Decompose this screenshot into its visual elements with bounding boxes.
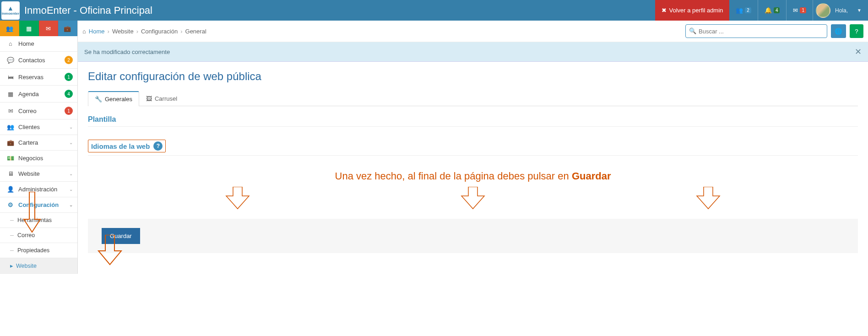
subnav-item-label: Propiedades [17,247,49,254]
annotation-text: Una vez hecho, al final de la página deb… [88,170,858,182]
sidebar-badge: 1 [65,73,73,81]
quick-briefcase-button[interactable]: 💼 [58,21,77,36]
breadcrumb-website[interactable]: Website [112,28,134,35]
arrow-down-icon [459,187,487,210]
sidebar-item-label: Negocios [18,155,73,162]
sidebar-item-cartera[interactable]: 💼Cartera⌄ [0,135,77,151]
sidebar-item-clientes[interactable]: 👥Clientes⌄ [0,119,77,135]
subnav-item-herramientas[interactable]: Herramientas [0,213,77,228]
wrench-icon: 🔧 [95,96,102,103]
sidebar-item-label: Configuración [18,201,69,208]
chevron-down-icon: ⌄ [69,140,73,145]
sidebar-item-administración[interactable]: 👤Administración⌄ [0,182,77,197]
save-button[interactable]: Guardar [102,228,140,244]
sidebar-item-contactos[interactable]: 💬Contactos2 [0,52,77,69]
sidebar-item-label: Administración [18,186,69,193]
breadcrumb-configuracion[interactable]: Configuración [141,28,178,35]
help-idiomas-button[interactable]: ? [153,141,163,151]
sidebar-item-label: Website [18,170,69,177]
alert-close-button[interactable]: ✕ [855,47,862,57]
save-bar: Guardar [88,219,858,253]
users-icon: 👥 [736,7,743,14]
calendar-icon: ▦ [26,25,32,32]
nav-icon: ✉ [5,108,16,114]
nav-icon: ▦ [5,91,16,98]
search-icon: 🔍 [689,27,696,34]
subnav-item-label: Correo [17,232,35,238]
arrow-down-icon [694,187,722,210]
page-title: Editar configuración de web pública [88,70,858,83]
quick-mail-button[interactable]: ✉ [39,21,58,36]
annotation-bold: Guardar [572,170,611,182]
divider [88,126,858,127]
breadcrumb: ⌂ Home › Website › Configuración › Gener… [82,28,206,35]
sidebar-item-website[interactable]: 🖥Website⌄ [0,166,77,182]
nav-icon: ⚙ [5,201,16,208]
toolbar-right: 🔍 🌐 ? [685,24,863,38]
arrow-down-icon [224,187,251,210]
topbar-left: ▲ inmoenter InmoEnter - Oficina Principa… [0,1,152,20]
nav-icon: 🖥 [5,170,16,177]
home-icon: ⌂ [82,28,86,35]
tab-carrusel[interactable]: 🖼 Carrusel [139,91,184,106]
messages-button[interactable]: ✉ 1 [787,0,813,21]
sidebar-item-reservas[interactable]: 🛏Reservas1 [0,69,77,86]
greeting: Hola, [835,7,848,14]
notifications-button[interactable]: 🔔 4 [758,0,787,21]
back-to-admin-label: Volver a perfil admin [669,7,723,14]
sidebar-item-correo[interactable]: ✉Correo1 [0,103,77,119]
subnav-item-propiedades[interactable]: Propiedades [0,243,77,258]
globe-icon: 🌐 [835,28,842,35]
logo[interactable]: ▲ inmoenter [1,1,20,20]
users-button[interactable]: 👥 2 [729,0,758,21]
quick-contacts-button[interactable]: 👥 [0,21,19,36]
breadcrumb-home[interactable]: Home [89,28,105,35]
bell-icon: 🔔 [765,7,772,14]
globe-button[interactable]: 🌐 [831,24,846,38]
notif-badge: 4 [774,7,780,13]
nav-icon: 💵 [5,155,16,162]
sidebar-item-label: Correo [18,108,65,114]
sidebar-item-agenda[interactable]: ▦Agenda4 [0,86,77,103]
sidebar-item-home[interactable]: ⌂Home [0,36,77,52]
nav-icon: ⌂ [5,40,16,47]
section-idiomas-label: Idiomas de la web [91,142,150,150]
avatar [816,3,830,18]
question-icon: ? [855,28,858,35]
breadcrumb-general: General [185,28,206,35]
section-plantilla: Plantilla [88,115,858,124]
sidebar-item-negocios[interactable]: 💵Negocios [0,151,77,166]
tabs: 🔧 Generales 🖼 Carrusel [88,91,858,106]
image-icon: 🖼 [146,95,152,102]
chevron-right-icon: › [136,28,138,35]
chevron-right-icon: › [108,28,109,35]
subnav-item-label: Herramientas [17,217,52,223]
quickbar: 👥 ▦ ✉ 💼 [0,21,77,36]
subnav-item-correo[interactable]: Correo [0,228,77,243]
tab-generales-label: Generales [105,96,132,103]
back-to-admin-button[interactable]: ✖ Volver a perfil admin [655,0,730,21]
nav: ⌂Home💬Contactos2🛏Reservas1▦Agenda4✉Corre… [0,36,77,274]
topbar-right: ✖ Volver a perfil admin 👥 2 🔔 4 ✉ 1 Hola… [655,0,868,21]
users-badge: 2 [745,7,751,13]
subnav-item-label: Website [16,263,37,269]
help-button[interactable]: ? [850,24,863,38]
sidebar-item-configuración[interactable]: ⚙Configuración⌄ [0,197,77,213]
mail-badge: 1 [800,7,806,13]
user-menu[interactable]: Hola, ▼ [813,0,868,21]
envelope-icon: ✉ [46,25,51,32]
nav-icon: 👤 [5,186,16,193]
logo-icon: ▲ [7,5,14,11]
quick-calendar-button[interactable]: ▦ [19,21,38,36]
nav-icon: 💼 [5,139,16,146]
sidebar-badge: 2 [65,56,73,64]
annotation-arrows-row [120,187,826,210]
subnav-item-website[interactable]: Website [0,258,77,274]
annotation-pre: Una vez hecho, al final de la página deb… [335,170,572,182]
search-input[interactable] [685,24,827,38]
main: ⌂ Home › Website › Configuración › Gener… [78,21,868,274]
sidebar-badge: 4 [65,90,73,98]
chevron-right-icon: › [180,28,182,35]
tab-generales[interactable]: 🔧 Generales [88,91,139,106]
sidebar-item-label: Agenda [18,91,65,98]
